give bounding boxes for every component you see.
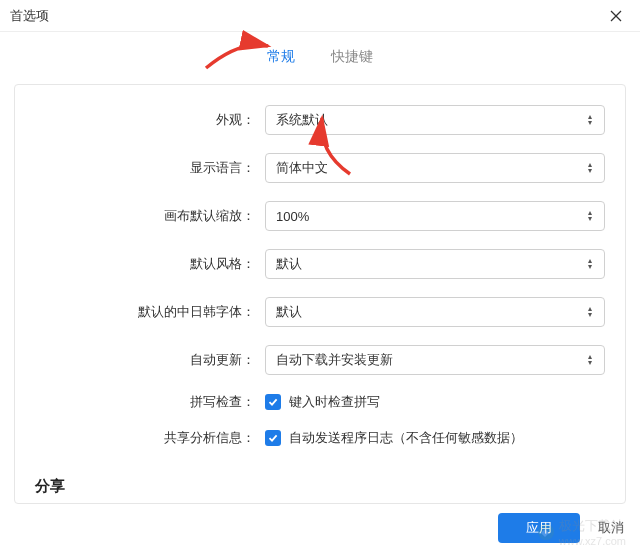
label-cjk-font: 默认的中日韩字体： [35, 303, 265, 321]
footer: 应用 取消 [498, 513, 624, 543]
updown-icon: ▴▾ [588, 162, 598, 174]
select-display-language[interactable]: 简体中文 ▴▾ [265, 153, 605, 183]
tab-general[interactable]: 常规 [263, 46, 299, 68]
window-title: 首选项 [10, 7, 49, 25]
check-icon [268, 433, 278, 443]
row-appearance: 外观： 系统默认 ▴▾ [35, 105, 605, 135]
label-share-analytics: 共享分析信息： [35, 429, 265, 447]
select-cjk-font[interactable]: 默认 ▴▾ [265, 297, 605, 327]
row-canvas-zoom: 画布默认缩放： 100% ▴▾ [35, 201, 605, 231]
cancel-button[interactable]: 取消 [598, 519, 624, 537]
close-icon [610, 10, 622, 22]
select-default-style[interactable]: 默认 ▴▾ [265, 249, 605, 279]
close-button[interactable] [602, 2, 630, 30]
select-canvas-zoom[interactable]: 100% ▴▾ [265, 201, 605, 231]
row-share-analytics: 共享分析信息： 自动发送程序日志（不含任何敏感数据） [35, 429, 605, 447]
label-appearance: 外观： [35, 111, 265, 129]
updown-icon: ▴▾ [588, 354, 598, 366]
select-auto-update-value: 自动下载并安装更新 [276, 351, 393, 369]
tab-shortcuts[interactable]: 快捷键 [327, 46, 377, 68]
apply-button[interactable]: 应用 [498, 513, 580, 543]
label-display-language: 显示语言： [35, 159, 265, 177]
checkbox-share-analytics[interactable] [265, 430, 281, 446]
section-share-heading: 分享 [35, 477, 605, 496]
select-auto-update[interactable]: 自动下载并安装更新 ▴▾ [265, 345, 605, 375]
checkbox-spell-check-label: 键入时检查拼写 [289, 393, 380, 411]
row-cjk-font: 默认的中日韩字体： 默认 ▴▾ [35, 297, 605, 327]
row-display-language: 显示语言： 简体中文 ▴▾ [35, 153, 605, 183]
select-display-language-value: 简体中文 [276, 159, 328, 177]
updown-icon: ▴▾ [588, 306, 598, 318]
select-appearance-value: 系统默认 [276, 111, 328, 129]
row-spell-check: 拼写检查： 键入时检查拼写 [35, 393, 605, 411]
tabs: 常规 快捷键 [0, 32, 640, 78]
label-auto-update: 自动更新： [35, 351, 265, 369]
updown-icon: ▴▾ [588, 258, 598, 270]
titlebar: 首选项 [0, 0, 640, 32]
label-canvas-zoom: 画布默认缩放： [35, 207, 265, 225]
settings-panel: 外观： 系统默认 ▴▾ 显示语言： 简体中文 ▴▾ 画布默认缩放： 100% ▴… [14, 84, 626, 504]
select-appearance[interactable]: 系统默认 ▴▾ [265, 105, 605, 135]
row-auto-update: 自动更新： 自动下载并安装更新 ▴▾ [35, 345, 605, 375]
select-default-style-value: 默认 [276, 255, 302, 273]
updown-icon: ▴▾ [588, 210, 598, 222]
label-spell-check: 拼写检查： [35, 393, 265, 411]
check-icon [268, 397, 278, 407]
label-default-style: 默认风格： [35, 255, 265, 273]
row-default-style: 默认风格： 默认 ▴▾ [35, 249, 605, 279]
checkbox-share-analytics-label: 自动发送程序日志（不含任何敏感数据） [289, 429, 523, 447]
updown-icon: ▴▾ [588, 114, 598, 126]
select-cjk-font-value: 默认 [276, 303, 302, 321]
checkbox-spell-check[interactable] [265, 394, 281, 410]
select-canvas-zoom-value: 100% [276, 209, 309, 224]
